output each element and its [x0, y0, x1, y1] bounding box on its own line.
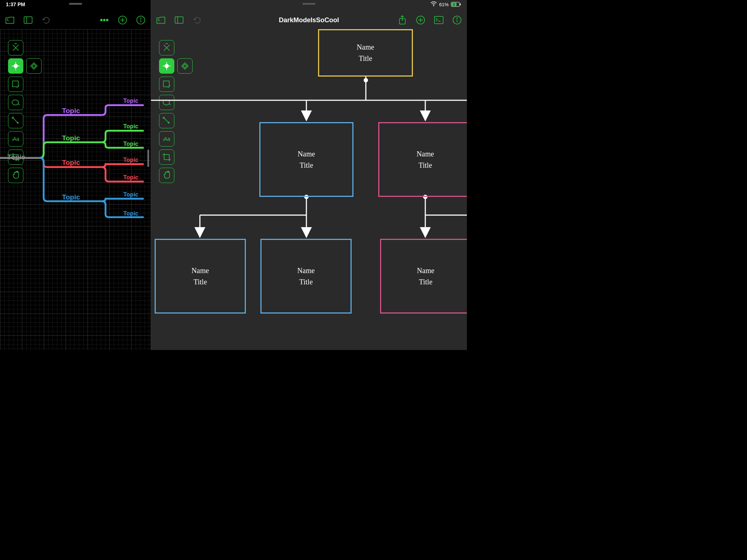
- battery-icon: [451, 2, 461, 7]
- org-node-5[interactable]: Name Title: [380, 239, 467, 314]
- green-topic[interactable]: Topic: [62, 134, 80, 142]
- svg-rect-39: [434, 16, 443, 24]
- left-panel: 1:37 PM: [0, 0, 151, 350]
- blue-child-0[interactable]: Topic: [123, 191, 138, 198]
- share-button[interactable]: [397, 15, 408, 26]
- undo-button[interactable]: [41, 15, 52, 26]
- folder-back-button[interactable]: [4, 15, 15, 26]
- org-title: Title: [299, 278, 313, 286]
- scroll-indicator[interactable]: [147, 149, 149, 167]
- document-title: DarkModeIsSoCool: [279, 16, 339, 24]
- org-title: Title: [359, 54, 372, 63]
- svg-point-28: [433, 5, 434, 6]
- org-title: Title: [419, 278, 432, 286]
- org-name: Name: [297, 267, 315, 275]
- org-node-3[interactable]: Name Title: [155, 239, 246, 314]
- org-name: Name: [298, 150, 315, 158]
- org-node-1[interactable]: Name Title: [259, 122, 353, 197]
- left-toolbar: [0, 11, 151, 29]
- org-title: Title: [193, 278, 207, 286]
- root-topic[interactable]: Topic: [7, 153, 25, 161]
- org-title: Title: [299, 161, 313, 170]
- org-node-root[interactable]: Name Title: [318, 29, 413, 77]
- blue-child-1[interactable]: Topic: [123, 210, 138, 217]
- red-topic[interactable]: Topic: [62, 159, 80, 167]
- add-button[interactable]: [117, 15, 128, 26]
- folder-back-button[interactable]: [155, 15, 166, 26]
- svg-point-63: [364, 78, 368, 82]
- undo-button[interactable]: [192, 15, 203, 26]
- svg-point-4: [107, 19, 108, 21]
- right-toolbar: DarkModeIsSoCool: [151, 11, 467, 29]
- battery-text: 61%: [439, 2, 449, 7]
- svg-point-9: [140, 18, 141, 19]
- right-panel: 61% DarkModeIsSoCool: [151, 0, 467, 350]
- red-child-1[interactable]: Topic: [123, 174, 138, 181]
- red-child-0[interactable]: Topic: [123, 157, 138, 163]
- status-bar-right: 61%: [151, 0, 467, 9]
- green-child-1[interactable]: Topic: [123, 141, 138, 147]
- status-time: 1:37 PM: [6, 1, 25, 7]
- panel-toggle-button[interactable]: [23, 15, 34, 26]
- org-name: Name: [191, 267, 209, 275]
- svg-point-42: [457, 18, 457, 19]
- more-button[interactable]: [99, 15, 110, 26]
- info-button[interactable]: [452, 15, 462, 26]
- org-name: Name: [357, 43, 374, 51]
- svg-rect-31: [460, 3, 461, 5]
- svg-rect-32: [175, 17, 183, 23]
- org-name: Name: [417, 150, 434, 158]
- mindmap-canvas[interactable]: [0, 29, 151, 350]
- info-button[interactable]: [135, 15, 146, 26]
- svg-rect-0: [24, 17, 32, 23]
- blue-topic[interactable]: Topic: [62, 193, 80, 201]
- green-child-0[interactable]: Topic: [123, 123, 138, 130]
- purple-child-0[interactable]: Topic: [123, 98, 138, 104]
- org-node-4[interactable]: Name Title: [260, 239, 352, 314]
- org-title: Title: [418, 161, 432, 170]
- svg-point-3: [104, 19, 105, 21]
- terminal-button[interactable]: [433, 15, 444, 26]
- grabber-handle[interactable]: [69, 3, 82, 5]
- org-name: Name: [417, 267, 434, 275]
- wifi-icon: [430, 1, 437, 8]
- purple-topic[interactable]: Topic: [62, 107, 80, 115]
- org-node-2[interactable]: Name Title: [378, 122, 467, 197]
- panel-toggle-button[interactable]: [174, 15, 185, 26]
- svg-point-2: [101, 19, 102, 21]
- add-button[interactable]: [415, 15, 426, 26]
